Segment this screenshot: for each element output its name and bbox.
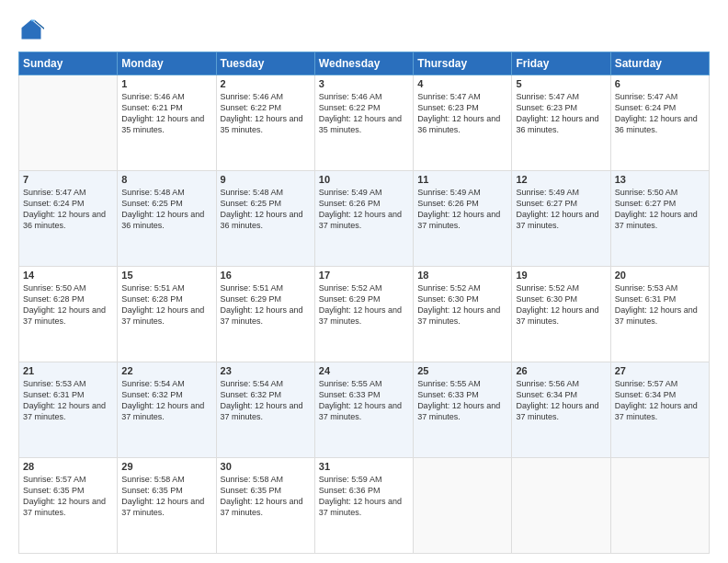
calendar-cell: 6Sunrise: 5:47 AM Sunset: 6:24 PM Daylig… (610, 75, 709, 171)
calendar-cell: 21Sunrise: 5:53 AM Sunset: 6:31 PM Dayli… (19, 362, 118, 458)
calendar-cell: 10Sunrise: 5:49 AM Sunset: 6:26 PM Dayli… (314, 171, 413, 267)
calendar-cell: 17Sunrise: 5:52 AM Sunset: 6:29 PM Dayli… (314, 267, 413, 362)
calendar-cell: 29Sunrise: 5:58 AM Sunset: 6:35 PM Dayli… (118, 458, 216, 554)
day-number: 15 (121, 270, 211, 281)
day-info: Sunrise: 5:57 AM Sunset: 6:34 PM Dayligh… (615, 378, 705, 423)
day-info: Sunrise: 5:54 AM Sunset: 6:32 PM Dayligh… (221, 378, 311, 423)
day-info: Sunrise: 5:58 AM Sunset: 6:35 PM Dayligh… (221, 474, 311, 519)
calendar-week-row: 7Sunrise: 5:47 AM Sunset: 6:24 PM Daylig… (19, 171, 710, 267)
weekday-header: Thursday (414, 52, 512, 75)
calendar-cell (414, 458, 512, 554)
calendar-cell: 24Sunrise: 5:55 AM Sunset: 6:33 PM Dayli… (314, 362, 413, 458)
day-info: Sunrise: 5:56 AM Sunset: 6:34 PM Dayligh… (516, 378, 606, 423)
calendar-week-row: 28Sunrise: 5:57 AM Sunset: 6:35 PM Dayli… (19, 458, 710, 554)
calendar-cell (512, 458, 610, 554)
day-number: 4 (417, 78, 507, 89)
day-info: Sunrise: 5:57 AM Sunset: 6:35 PM Dayligh… (23, 474, 113, 519)
weekday-header: Friday (512, 52, 610, 75)
weekday-header: Monday (118, 52, 216, 75)
calendar-cell: 8Sunrise: 5:48 AM Sunset: 6:25 PM Daylig… (118, 171, 216, 267)
svg-marker-2 (31, 20, 35, 22)
day-info: Sunrise: 5:53 AM Sunset: 6:31 PM Dayligh… (23, 378, 113, 423)
day-number: 29 (121, 461, 211, 472)
day-number: 1 (121, 78, 211, 89)
day-number: 12 (516, 174, 606, 185)
header (18, 17, 710, 42)
calendar-cell: 22Sunrise: 5:54 AM Sunset: 6:32 PM Dayli… (118, 362, 216, 458)
calendar-week-row: 1Sunrise: 5:46 AM Sunset: 6:21 PM Daylig… (19, 75, 710, 171)
day-number: 3 (319, 78, 409, 89)
day-number: 28 (23, 461, 113, 472)
weekday-header: Tuesday (216, 52, 314, 75)
day-number: 6 (615, 78, 705, 89)
calendar-cell: 11Sunrise: 5:49 AM Sunset: 6:26 PM Dayli… (414, 171, 512, 267)
day-info: Sunrise: 5:51 AM Sunset: 6:29 PM Dayligh… (221, 282, 311, 327)
calendar-cell: 5Sunrise: 5:47 AM Sunset: 6:23 PM Daylig… (512, 75, 610, 171)
calendar-cell: 19Sunrise: 5:52 AM Sunset: 6:30 PM Dayli… (512, 267, 610, 362)
day-number: 23 (221, 365, 311, 376)
day-info: Sunrise: 5:55 AM Sunset: 6:33 PM Dayligh… (319, 378, 409, 423)
calendar-week-row: 14Sunrise: 5:50 AM Sunset: 6:28 PM Dayli… (19, 267, 710, 362)
day-number: 19 (516, 270, 606, 281)
calendar-cell: 4Sunrise: 5:47 AM Sunset: 6:23 PM Daylig… (414, 75, 512, 171)
day-info: Sunrise: 5:47 AM Sunset: 6:23 PM Dayligh… (516, 91, 606, 136)
day-info: Sunrise: 5:46 AM Sunset: 6:21 PM Dayligh… (121, 91, 211, 136)
calendar-cell: 16Sunrise: 5:51 AM Sunset: 6:29 PM Dayli… (216, 267, 314, 362)
day-info: Sunrise: 5:46 AM Sunset: 6:22 PM Dayligh… (221, 91, 311, 136)
calendar-cell: 9Sunrise: 5:48 AM Sunset: 6:25 PM Daylig… (216, 171, 314, 267)
calendar-cell (19, 75, 118, 171)
day-number: 27 (615, 365, 705, 376)
calendar-cell: 30Sunrise: 5:58 AM Sunset: 6:35 PM Dayli… (216, 458, 314, 554)
day-info: Sunrise: 5:58 AM Sunset: 6:35 PM Dayligh… (121, 474, 211, 519)
day-info: Sunrise: 5:59 AM Sunset: 6:36 PM Dayligh… (319, 474, 409, 519)
day-number: 17 (319, 270, 409, 281)
day-info: Sunrise: 5:51 AM Sunset: 6:28 PM Dayligh… (121, 282, 211, 327)
day-info: Sunrise: 5:55 AM Sunset: 6:33 PM Dayligh… (417, 378, 507, 423)
day-info: Sunrise: 5:48 AM Sunset: 6:25 PM Dayligh… (121, 187, 211, 232)
calendar-week-row: 21Sunrise: 5:53 AM Sunset: 6:31 PM Dayli… (19, 362, 710, 458)
day-number: 9 (221, 174, 311, 185)
day-info: Sunrise: 5:46 AM Sunset: 6:22 PM Dayligh… (319, 91, 409, 136)
day-info: Sunrise: 5:52 AM Sunset: 6:29 PM Dayligh… (319, 282, 409, 327)
day-number: 11 (417, 174, 507, 185)
calendar-cell: 7Sunrise: 5:47 AM Sunset: 6:24 PM Daylig… (19, 171, 118, 267)
svg-marker-0 (22, 20, 41, 40)
day-number: 22 (121, 365, 211, 376)
logo-icon (18, 17, 44, 42)
day-info: Sunrise: 5:47 AM Sunset: 6:24 PM Dayligh… (615, 91, 705, 136)
calendar-cell: 18Sunrise: 5:52 AM Sunset: 6:30 PM Dayli… (414, 267, 512, 362)
day-info: Sunrise: 5:49 AM Sunset: 6:26 PM Dayligh… (417, 187, 507, 232)
weekday-header: Saturday (610, 52, 709, 75)
day-number: 2 (221, 78, 311, 89)
calendar-cell: 12Sunrise: 5:49 AM Sunset: 6:27 PM Dayli… (512, 171, 610, 267)
calendar-cell: 31Sunrise: 5:59 AM Sunset: 6:36 PM Dayli… (314, 458, 413, 554)
day-info: Sunrise: 5:49 AM Sunset: 6:27 PM Dayligh… (516, 187, 606, 232)
day-info: Sunrise: 5:47 AM Sunset: 6:23 PM Dayligh… (417, 91, 507, 136)
calendar-cell: 27Sunrise: 5:57 AM Sunset: 6:34 PM Dayli… (610, 362, 709, 458)
calendar-cell: 25Sunrise: 5:55 AM Sunset: 6:33 PM Dayli… (414, 362, 512, 458)
day-info: Sunrise: 5:52 AM Sunset: 6:30 PM Dayligh… (417, 282, 507, 327)
day-number: 14 (23, 270, 113, 281)
day-info: Sunrise: 5:54 AM Sunset: 6:32 PM Dayligh… (121, 378, 211, 423)
calendar-cell: 20Sunrise: 5:53 AM Sunset: 6:31 PM Dayli… (610, 267, 709, 362)
calendar-cell (610, 458, 709, 554)
calendar-cell: 2Sunrise: 5:46 AM Sunset: 6:22 PM Daylig… (216, 75, 314, 171)
day-number: 16 (221, 270, 311, 281)
calendar-cell: 26Sunrise: 5:56 AM Sunset: 6:34 PM Dayli… (512, 362, 610, 458)
calendar-cell: 14Sunrise: 5:50 AM Sunset: 6:28 PM Dayli… (19, 267, 118, 362)
calendar-cell: 28Sunrise: 5:57 AM Sunset: 6:35 PM Dayli… (19, 458, 118, 554)
day-number: 8 (121, 174, 211, 185)
weekday-header: Wednesday (314, 52, 413, 75)
weekday-header: Sunday (19, 52, 118, 75)
day-number: 24 (319, 365, 409, 376)
day-info: Sunrise: 5:50 AM Sunset: 6:28 PM Dayligh… (23, 282, 113, 327)
day-info: Sunrise: 5:52 AM Sunset: 6:30 PM Dayligh… (516, 282, 606, 327)
day-number: 10 (319, 174, 409, 185)
weekday-header-row: SundayMondayTuesdayWednesdayThursdayFrid… (19, 52, 710, 75)
day-info: Sunrise: 5:47 AM Sunset: 6:24 PM Dayligh… (23, 187, 113, 232)
day-number: 21 (23, 365, 113, 376)
day-info: Sunrise: 5:49 AM Sunset: 6:26 PM Dayligh… (319, 187, 409, 232)
day-info: Sunrise: 5:50 AM Sunset: 6:27 PM Dayligh… (615, 187, 705, 232)
day-number: 31 (319, 461, 409, 472)
calendar-cell: 3Sunrise: 5:46 AM Sunset: 6:22 PM Daylig… (314, 75, 413, 171)
